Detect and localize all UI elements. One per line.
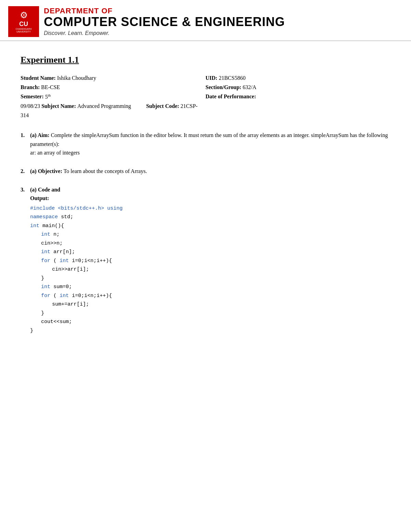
- experiment-title: Experiment 1.1: [21, 55, 390, 65]
- date-subject-combined: 09/08/23 Subject Name: Advanced Programm…: [21, 101, 390, 111]
- kw-using: using: [107, 206, 123, 211]
- subject-name-value: Advanced Programming: [77, 103, 131, 109]
- close-brace-2: }: [41, 310, 44, 316]
- kw-for-2: for: [41, 293, 50, 299]
- section-code: 3. (a) Code and Output: #include <bits/s…: [21, 185, 390, 335]
- objective-content: (a) Objective: To learn about the concep…: [30, 167, 390, 176]
- code-line-2: namespace std;: [30, 213, 390, 222]
- code-line-9: }: [30, 274, 390, 283]
- aim-header: 1. (a) Aim: Complete the simpleArraySum …: [21, 131, 390, 157]
- page-header: ⚙ CU CHANDIGARHUNIVERSITY DEPARTMENT OF …: [0, 0, 411, 41]
- date-value: 09/08/23: [21, 103, 41, 109]
- branch-label: Branch:: [21, 84, 40, 90]
- code-line-5: cin>>n;: [30, 239, 390, 248]
- code-line-7: for ( int i=0;i<n;i++){: [30, 257, 390, 265]
- cin-n: cin>>n;: [41, 240, 63, 246]
- aim-label: (a) Aim:: [30, 132, 49, 138]
- university-logo: ⚙ CU CHANDIGARHUNIVERSITY: [8, 6, 39, 37]
- subject-code-label: Subject Code:: [146, 103, 180, 109]
- kw-int-n: int: [41, 232, 50, 237]
- close-main: }: [30, 328, 33, 334]
- cout-sum: cout<<sum;: [41, 319, 72, 325]
- kw-int-arr: int: [41, 249, 50, 255]
- code-label-line: (a) Code and: [30, 185, 390, 194]
- close-brace-1: }: [41, 275, 44, 281]
- student-name-field: Student Name: Ishika Choudhary: [21, 73, 206, 83]
- section-value: 632/A: [243, 84, 257, 90]
- info-row-5: 314: [21, 111, 390, 120]
- student-name-value: Ishika Choudhary: [57, 75, 96, 81]
- subject-code-value: 21CSP-: [180, 103, 198, 109]
- code-line-14: cout<<sum;: [30, 318, 390, 326]
- date-label: Date of Performance:: [206, 94, 256, 99]
- aim-content: (a) Aim: Complete the simpleArraySum fun…: [30, 131, 390, 157]
- uid-field: UID: 21BCS5860: [206, 73, 390, 83]
- code-block: #include <bits/stdc++.h> using namespace…: [30, 204, 390, 335]
- objective-header: 2. (a) Objective: To learn about the con…: [21, 167, 390, 176]
- student-info: Student Name: Ishika Choudhary UID: 21BC…: [21, 73, 390, 120]
- branch-field: Branch: BE-CSE: [21, 83, 206, 92]
- logo-cu-text: CU: [19, 21, 28, 28]
- cin-arr: cin>>arr[i];: [52, 267, 89, 272]
- code-line-12: sum+=arr[i];: [30, 300, 390, 309]
- info-row-4: 09/08/23 Subject Name: Advanced Programm…: [21, 101, 390, 111]
- objective-text: To learn about the concepts of Arrays.: [63, 168, 147, 174]
- logo-university-name: CHANDIGARHUNIVERSITY: [15, 28, 32, 34]
- code-line-10: int sum=0;: [30, 283, 390, 292]
- kw-for-1: for: [41, 258, 50, 264]
- code-line-15: }: [30, 326, 390, 335]
- code-label: (a) Code and: [30, 187, 60, 193]
- sum-update: sum+=arr[i];: [52, 301, 89, 307]
- dept-name: COMPUTER SCIENCE & ENGINEERING: [44, 15, 285, 29]
- kw-int-i2: int: [60, 293, 69, 299]
- code-header: 3. (a) Code and Output: #include <bits/s…: [21, 185, 390, 335]
- var-sum: sum=0;: [53, 284, 72, 290]
- main-fn: main(){: [42, 223, 64, 229]
- kw-std: std;: [61, 214, 73, 220]
- code-label2-line: Output: #include <bits/stdc++.h> using n…: [30, 194, 390, 335]
- kw-namespace: namespace: [30, 214, 58, 220]
- logo-gear-icon: ⚙: [20, 10, 28, 21]
- student-name-label: Student Name:: [21, 75, 56, 81]
- semester-label: Semester:: [21, 94, 44, 100]
- subject-code-314: 314: [21, 112, 29, 118]
- for-cond-1: i=0;i<n;i++){: [72, 258, 112, 264]
- code-line-1: #include <bits/stdc++.h> using: [30, 204, 390, 213]
- info-row-2: Branch: BE-CSE Section/Group: 632/A: [21, 83, 390, 92]
- kw-int-i1: int: [60, 258, 69, 264]
- code-label2: Output:: [30, 195, 49, 201]
- objective-number: 2.: [21, 167, 27, 176]
- kw-int-main: int: [30, 223, 39, 229]
- section-field: Section/Group: 632/A: [206, 83, 390, 92]
- for-loop-1: (: [53, 258, 57, 264]
- tagline: Discover. Learn. Empower.: [44, 30, 285, 36]
- kw-header: <bits/stdc++.h>: [58, 206, 104, 211]
- header-text-block: DEPARTMENT OF COMPUTER SCIENCE & ENGINEE…: [44, 7, 285, 36]
- for-cond-2: i=0;i<n;i++){: [72, 293, 112, 299]
- section-label: Section/Group:: [206, 84, 241, 90]
- var-arr: arr[n];: [53, 249, 75, 255]
- objective-label: (a) Objective:: [30, 168, 62, 174]
- code-content: (a) Code and Output: #include <bits/stdc…: [30, 185, 390, 335]
- semester-value: 5th: [45, 94, 51, 100]
- section-aim: 1. (a) Aim: Complete the simpleArraySum …: [21, 131, 390, 157]
- aim-number: 1.: [21, 131, 27, 140]
- branch-value: BE-CSE: [41, 84, 60, 90]
- date-field: Date of Performance:: [206, 92, 390, 101]
- aim-param: ar: an array of integers: [30, 148, 390, 157]
- subject-code-cont: 314: [21, 111, 29, 120]
- var-n: n;: [53, 232, 60, 237]
- code-line-3: int main(){: [30, 222, 390, 231]
- code-line-13: }: [30, 309, 390, 318]
- subject-name-label: Subject Name:: [41, 103, 77, 109]
- uid-label: UID:: [206, 75, 217, 81]
- code-line-8: cin>>arr[i];: [30, 265, 390, 274]
- info-row-1: Student Name: Ishika Choudhary UID: 21BC…: [21, 73, 390, 83]
- kw-include: #include: [30, 206, 55, 211]
- section-objective: 2. (a) Objective: To learn about the con…: [21, 167, 390, 176]
- for-loop-2: (: [53, 293, 57, 299]
- semester-field: Semester: 5th: [21, 92, 206, 101]
- code-line-4: int n;: [30, 230, 390, 239]
- info-row-3: Semester: 5th Date of Performance:: [21, 92, 390, 101]
- code-line-6: int arr[n];: [30, 248, 390, 257]
